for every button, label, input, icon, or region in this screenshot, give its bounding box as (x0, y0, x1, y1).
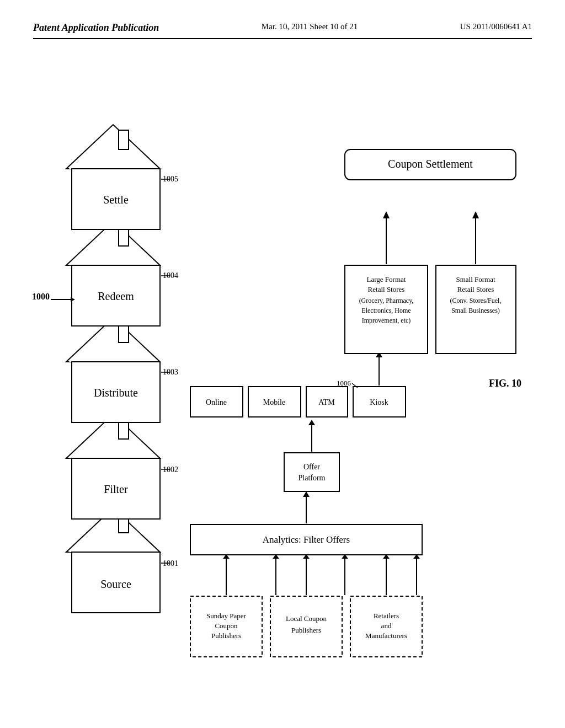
svg-text:Source: Source (100, 578, 131, 590)
svg-marker-89 (383, 211, 390, 218)
svg-text:FIG. 10: FIG. 10 (489, 378, 521, 389)
svg-text:Sunday Paper: Sunday Paper (206, 612, 247, 620)
diagram: Source 1001 Filter 1002 Distribute 1003 (33, 56, 532, 695)
svg-text:Redeem: Redeem (98, 290, 134, 302)
page: Patent Application Publication Mar. 10, … (0, 0, 565, 728)
svg-text:Distribute: Distribute (94, 387, 138, 399)
svg-text:1000: 1000 (32, 292, 50, 301)
svg-text:Coupon Settlement: Coupon Settlement (388, 158, 473, 170)
svg-text:Settle: Settle (103, 194, 129, 206)
date-sheet-label: Mar. 10, 2011 Sheet 10 of 21 (262, 22, 358, 31)
svg-text:Manufacturers: Manufacturers (365, 631, 407, 640)
svg-text:Platform: Platform (299, 474, 326, 482)
svg-text:Retail Stores: Retail Stores (457, 285, 494, 293)
svg-text:and: and (381, 622, 392, 630)
svg-text:ATM: ATM (318, 398, 335, 406)
svg-rect-65 (284, 453, 339, 491)
page-header: Patent Application Publication Mar. 10, … (33, 22, 532, 39)
svg-text:1006: 1006 (337, 379, 351, 387)
svg-text:Analytics: Filter Offers: Analytics: Filter Offers (263, 534, 350, 545)
patent-number-label: US 2011/0060641 A1 (460, 22, 532, 31)
svg-marker-96 (472, 211, 479, 218)
svg-text:Retailers: Retailers (374, 612, 399, 620)
svg-text:Online: Online (206, 398, 227, 406)
svg-text:Offer: Offer (303, 463, 320, 471)
svg-marker-29 (69, 128, 157, 169)
svg-text:(Grocery, Pharmacy,: (Grocery, Pharmacy, (359, 297, 414, 304)
svg-text:Improvement, etc): Improvement, etc) (362, 317, 411, 324)
svg-text:Publishers: Publishers (291, 626, 321, 634)
svg-text:Publishers: Publishers (211, 631, 241, 640)
svg-text:Local Coupon: Local Coupon (286, 614, 327, 623)
svg-text:Small Businesses): Small Businesses) (451, 307, 500, 314)
svg-text:Filter: Filter (104, 483, 128, 495)
svg-text:Large Format: Large Format (367, 275, 406, 283)
publication-label: Patent Application Publication (33, 22, 159, 34)
svg-marker-64 (303, 491, 310, 497)
svg-marker-8 (69, 417, 157, 458)
svg-text:Kiosk: Kiosk (370, 398, 388, 406)
svg-rect-30 (119, 130, 129, 149)
svg-text:Electronics, Home: Electronics, Home (361, 307, 411, 314)
svg-text:Small Format: Small Format (456, 275, 495, 283)
svg-marker-22 (69, 224, 157, 265)
diagram-svg: Source 1001 Filter 1002 Distribute 1003 (33, 56, 532, 695)
svg-text:Retail Stores: Retail Stores (368, 285, 405, 293)
svg-text:(Conv. Stores/Fuel,: (Conv. Stores/Fuel, (450, 297, 502, 304)
svg-text:Mobile: Mobile (263, 398, 285, 406)
svg-marker-15 (69, 321, 157, 362)
svg-text:Coupon: Coupon (215, 622, 238, 630)
svg-marker-69 (308, 420, 315, 425)
